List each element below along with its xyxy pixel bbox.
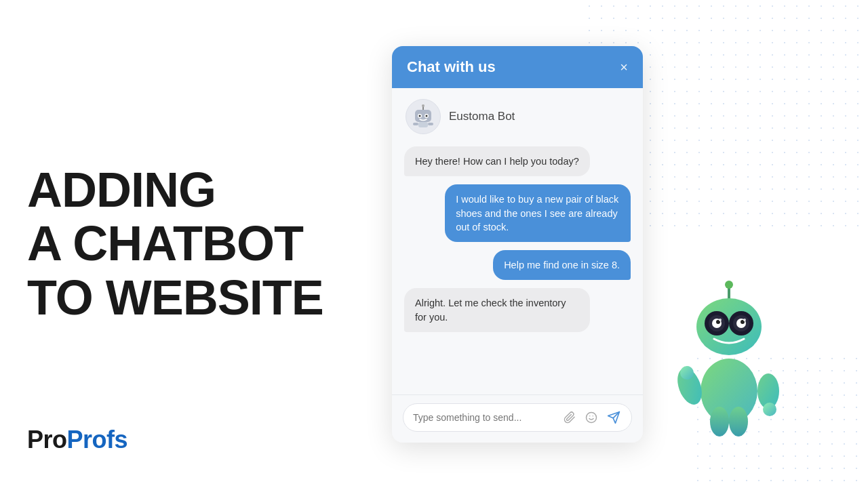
emoji-icon xyxy=(585,411,597,424)
bot-avatar-icon xyxy=(411,104,435,129)
svg-point-16 xyxy=(725,281,733,289)
left-panel: ADDING A CHATBOT TO WEBSITE xyxy=(27,0,366,488)
chat-input-area xyxy=(392,394,643,443)
svg-point-10 xyxy=(587,413,597,423)
robot-svg xyxy=(661,279,797,442)
svg-rect-9 xyxy=(428,123,433,125)
close-button[interactable]: × xyxy=(620,60,628,74)
robot-illustration xyxy=(661,279,797,442)
chat-header: Chat with us × xyxy=(392,46,643,88)
svg-point-34 xyxy=(729,407,748,436)
svg-point-31 xyxy=(680,366,694,380)
headline: ADDING A CHATBOT TO WEBSITE xyxy=(27,163,366,325)
bot-name: Eustoma Bot xyxy=(449,110,515,123)
avatar xyxy=(406,99,441,134)
headline-line3: TO WEBSITE xyxy=(27,271,366,325)
svg-point-1 xyxy=(422,104,425,107)
chat-input[interactable] xyxy=(413,412,555,423)
svg-rect-7 xyxy=(418,122,428,127)
logo-pro: Pro xyxy=(27,426,67,453)
logo-area: ProProfs xyxy=(27,426,127,454)
emoji-button[interactable] xyxy=(584,410,599,425)
svg-point-5 xyxy=(419,115,421,117)
message-user-2: Help me find one in size 8. xyxy=(493,250,631,280)
svg-point-32 xyxy=(763,403,776,416)
bot-identity: Eustoma Bot xyxy=(392,88,643,140)
message-bot-1: Hey there! How can I help you today? xyxy=(404,146,590,176)
chat-title: Chat with us xyxy=(407,58,496,76)
send-button[interactable] xyxy=(606,409,622,426)
svg-point-33 xyxy=(710,407,729,436)
svg-point-27 xyxy=(743,319,746,321)
message-bot-2: Alright. Let me check the inventory for … xyxy=(404,288,590,332)
logo-profs: Profs xyxy=(67,426,128,453)
message-user-1: I would like to buy a new pair of black … xyxy=(445,184,631,242)
svg-point-26 xyxy=(719,319,722,321)
attach-icon xyxy=(564,411,576,424)
logo: ProProfs xyxy=(27,426,127,453)
messages-container: Hey there! How can I help you today? I w… xyxy=(392,140,643,394)
svg-rect-8 xyxy=(413,123,418,125)
send-icon xyxy=(607,411,620,424)
chat-widget: Chat with us × xyxy=(392,46,643,443)
headline-line2: A CHATBOT xyxy=(27,217,366,270)
headline-line1: ADDING xyxy=(27,163,366,217)
svg-point-6 xyxy=(426,115,428,117)
attach-button[interactable] xyxy=(562,410,577,425)
svg-point-28 xyxy=(701,359,757,424)
chat-input-row xyxy=(403,403,632,432)
